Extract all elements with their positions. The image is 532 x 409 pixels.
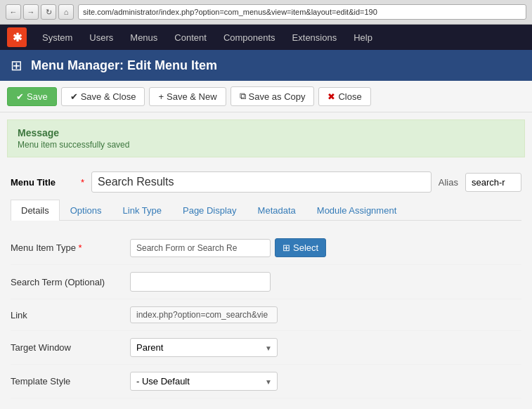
tab-metadata[interactable]: Metadata [247,200,306,221]
template-style-row: Template Style - Use Default Beez3 - Def… [11,365,521,398]
message-title: Message [18,127,514,138]
template-style-value: - Use Default Beez3 - Default Protostar … [130,372,278,391]
template-style-wrapper: - Use Default Beez3 - Default Protostar … [130,372,278,391]
save-copy-icon: ⧉ [240,91,246,102]
page-title: Menu Manager: Edit Menu Item [31,58,217,73]
search-term-input[interactable] [130,272,271,292]
refresh-button[interactable]: ↻ [41,4,56,20]
select-label: Select [293,242,318,253]
save-new-label: Save & New [167,91,217,102]
page-header: ⊞ Menu Manager: Edit Menu Item [0,50,532,81]
menu-title-row: Menu Title * Alias [11,171,521,193]
target-window-select[interactable]: Parent New Window Popup [130,338,278,357]
page-header-icon: ⊞ [11,57,22,74]
menu-title-label: Menu Title [11,177,74,188]
close-label: Close [338,91,361,102]
select-button[interactable]: ⊞ Select [275,238,326,257]
template-style-select[interactable]: - Use Default Beez3 - Default Protostar … [130,372,278,391]
save-button[interactable]: ✔ Save [7,87,57,106]
menu-item-type-label: Menu Item Type [11,242,123,253]
nav-system[interactable]: System [34,27,81,48]
nav-users[interactable]: Users [81,27,122,48]
top-nav-items: System Users Menus Content Components Ex… [34,27,381,48]
tab-details[interactable]: Details [11,200,60,221]
save-close-button[interactable]: ✔ Save & Close [61,87,145,106]
save-copy-label: Save as Copy [249,91,306,102]
home-button[interactable]: ⌂ [58,4,74,20]
menu-title-input[interactable] [91,171,432,193]
search-term-row: Search Term (Optional) [11,265,521,299]
save-new-button[interactable]: + Save & New [149,87,226,106]
target-window-wrapper: Parent New Window Popup ▼ [130,338,278,357]
save-label: Save [27,91,48,102]
alias-input[interactable] [465,173,521,192]
nav-extensions[interactable]: Extensions [284,27,346,48]
save-copy-button[interactable]: ⧉ Save as Copy [231,86,315,106]
tab-module-assignment[interactable]: Module Assignment [306,200,407,221]
link-value [130,306,278,323]
tab-link-type[interactable]: Link Type [112,200,172,221]
message-text: Menu item successfully saved [18,140,514,150]
joomla-logo: ✱ [7,27,27,47]
tab-options[interactable]: Options [60,200,112,221]
nav-help[interactable]: Help [345,27,381,48]
browser-nav-buttons: ← → ↻ ⌂ [6,4,74,20]
nav-components[interactable]: Components [215,27,284,48]
toolbar: ✔ Save ✔ Save & Close + Save & New ⧉ Sav… [0,81,532,112]
link-input[interactable] [130,306,278,323]
nav-menus[interactable]: Menus [122,27,166,48]
tabs: Details Options Link Type Page Display M… [11,200,521,221]
menu-item-type-row: Menu Item Type ⊞ Select [11,231,521,265]
nav-content[interactable]: Content [166,27,215,48]
link-label: Link [11,310,123,320]
content-area: Menu Title * Alias Details Options Link … [0,164,532,405]
back-button[interactable]: ← [6,4,21,20]
link-row: Link [11,299,521,331]
save-icon: ✔ [16,91,24,102]
target-window-label: Target Window [11,342,123,353]
close-icon: ✖ [327,91,335,102]
tab-page-display[interactable]: Page Display [172,200,247,221]
save-close-icon: ✔ [70,91,78,102]
menu-item-type-input[interactable] [130,239,271,257]
forward-button[interactable]: → [23,4,39,20]
template-style-label: Template Style [11,376,123,387]
save-new-icon: + [158,91,164,102]
top-nav: ✱ System Users Menus Content Components … [0,25,532,50]
target-window-value: Parent New Window Popup ▼ [130,338,278,357]
alias-label: Alias [439,177,458,188]
joomla-logo-icon: ✱ [13,31,22,44]
required-indicator: * [81,177,84,188]
message-box: Message Menu item successfully saved [7,119,525,157]
url-bar[interactable] [78,4,526,20]
browser-chrome: ← → ↻ ⌂ [0,0,532,25]
close-button[interactable]: ✖ Close [318,87,370,106]
select-icon: ⊞ [283,242,290,253]
search-term-label: Search Term (Optional) [11,277,123,287]
search-term-value [130,272,271,292]
save-close-label: Save & Close [81,91,136,102]
target-window-row: Target Window Parent New Window Popup ▼ [11,331,521,365]
menu-item-type-value: ⊞ Select [130,238,326,257]
